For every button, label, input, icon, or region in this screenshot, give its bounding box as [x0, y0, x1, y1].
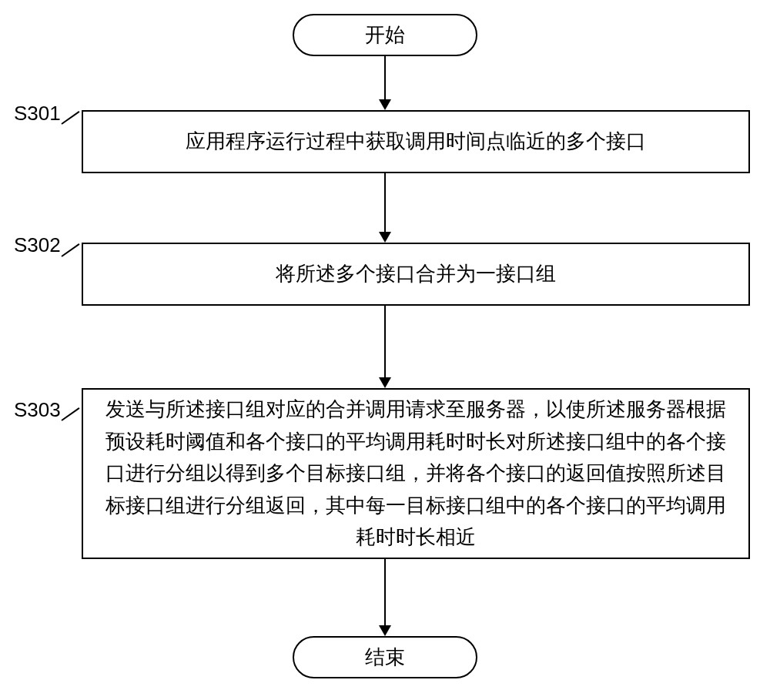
- arrow-line: [384, 559, 386, 627]
- step-label-line: [61, 243, 79, 257]
- arrow-line: [384, 173, 386, 233]
- process-s302-text: 将所述多个接口合并为一接口组: [276, 258, 556, 290]
- step-label-s301: S301: [14, 102, 61, 126]
- step-label-s302: S302: [14, 233, 61, 257]
- process-s303: 发送与所述接口组对应的合并调用请求至服务器，以使所述服务器根据预设耗时阈值和各个…: [82, 388, 750, 559]
- process-s303-text: 发送与所述接口组对应的合并调用请求至服务器，以使所述服务器根据预设耗时阈值和各个…: [99, 394, 733, 554]
- start-node: 开始: [293, 14, 477, 56]
- arrow-head-icon: [379, 377, 391, 388]
- start-label: 开始: [365, 22, 405, 49]
- process-s301: 应用程序运行过程中获取调用时间点临近的多个接口: [82, 110, 750, 173]
- end-node: 结束: [293, 636, 477, 678]
- step-label-line: [61, 111, 79, 125]
- arrow-head-icon: [379, 625, 391, 636]
- arrow-head-icon: [379, 232, 391, 243]
- arrow-line: [384, 56, 386, 101]
- step-label-line: [61, 407, 79, 421]
- flowchart-container: 开始 S301 应用程序运行过程中获取调用时间点临近的多个接口 S302 将所述…: [0, 0, 770, 700]
- arrow-line: [384, 306, 386, 379]
- end-label: 结束: [365, 644, 405, 671]
- process-s302: 将所述多个接口合并为一接口组: [82, 243, 750, 306]
- arrow-head-icon: [379, 99, 391, 110]
- process-s301-text: 应用程序运行过程中获取调用时间点临近的多个接口: [186, 126, 646, 158]
- step-label-s303: S303: [14, 398, 61, 422]
